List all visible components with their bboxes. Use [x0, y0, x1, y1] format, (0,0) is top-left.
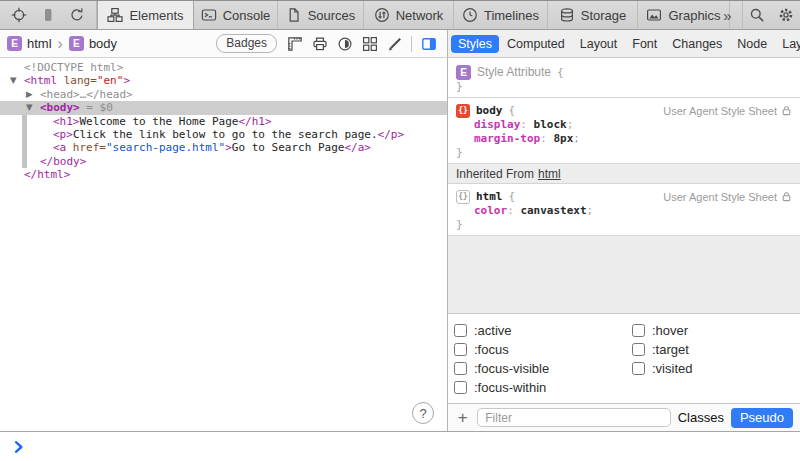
tab-sources[interactable]: Sources	[278, 1, 364, 29]
pseudo-checkbox-focus-visible[interactable]	[454, 362, 467, 375]
sidebar-tab-computed[interactable]: Computed	[500, 35, 572, 53]
origin-label: User Agent Style Sheet	[663, 105, 777, 117]
search-button[interactable]	[742, 1, 771, 29]
breadcrumb: Ehtml›Ebody	[7, 36, 117, 52]
toggle-sidebar-button[interactable]	[417, 33, 440, 55]
html-close-node[interactable]: </html>	[0, 168, 447, 181]
pseudo-checkbox-hover[interactable]	[632, 324, 645, 337]
breadcrumb-label: html	[27, 36, 52, 51]
code-segment: Click the link below to go to the search…	[73, 128, 378, 141]
inherited-element-link[interactable]: html	[538, 167, 561, 181]
empty-rules-area	[448, 236, 800, 314]
inherited-from-header: Inherited From html	[448, 164, 800, 184]
doctype-line[interactable]: <!DOCTYPE html>	[0, 61, 447, 74]
web-inspector-window: ElementsConsoleSourcesNetworkTimelinesSt…	[0, 0, 800, 461]
tab-label: Network	[396, 8, 444, 23]
sidebar-tab-layout[interactable]: Layout	[573, 35, 625, 53]
css-rule-html: {}html {User Agent Style Sheetcolor: can…	[448, 184, 800, 236]
colon: :	[520, 118, 533, 131]
origin-label: User Agent Style Sheet	[663, 191, 777, 203]
sidebar-tab-styles[interactable]: Styles	[451, 35, 499, 53]
pseudo-checkbox-focus[interactable]	[454, 343, 467, 356]
classes-button[interactable]: Classes	[678, 410, 724, 425]
code-segment: <!DOCTYPE html>	[24, 61, 123, 74]
pseudo-column-right: :hover:target:visited	[632, 321, 692, 397]
open-brace: {	[557, 66, 564, 79]
code-segment: </h1>	[238, 115, 271, 128]
console-prompt-icon	[12, 440, 26, 454]
code-segment: >	[123, 74, 130, 87]
pseudo-class-row: :focus-visible	[454, 359, 632, 378]
css-declaration[interactable]: display: block;	[456, 118, 792, 132]
main-tab-bar: ElementsConsoleSourcesNetworkTimelinesSt…	[97, 1, 713, 29]
sidebar-tab-changes[interactable]: Changes	[665, 35, 729, 53]
breadcrumb-item-body[interactable]: Ebody	[69, 36, 117, 51]
pseudo-class-section: :active:focus:focus-visible:focus-within…	[448, 314, 800, 403]
pseudo-checkbox-active[interactable]	[454, 324, 467, 337]
rule-selector[interactable]: html	[476, 190, 503, 203]
a-node[interactable]: <a href="search-page.html">Go to Search …	[0, 141, 447, 154]
sidebar-tab-font[interactable]: Font	[625, 35, 664, 53]
head-node[interactable]: ▶<head>…</head>	[0, 88, 447, 101]
breadcrumb-item-html[interactable]: Ehtml	[7, 36, 52, 51]
sidebar-tab-node[interactable]: Node	[730, 35, 774, 53]
dom-navigation-bar: Ehtml›Ebody Badges	[0, 30, 448, 58]
html-open-node[interactable]: ▼<html lang="en">	[0, 74, 447, 87]
code-segment: Welcome to the Home Page	[80, 115, 239, 128]
badges-button[interactable]: Badges	[216, 34, 277, 53]
grid-overlay-button[interactable]	[358, 33, 381, 55]
inspect-element-button[interactable]	[7, 4, 31, 26]
h1-node[interactable]: <h1>Welcome to the Home Page</h1>	[0, 115, 447, 128]
chevron-double-right-icon: »	[723, 7, 731, 24]
pseudo-class-row: :active	[454, 321, 632, 340]
body-node[interactable]: ▼<body> = $0	[0, 101, 447, 114]
ruler-button[interactable]	[283, 33, 306, 55]
inspect-element-icon	[11, 7, 27, 23]
code-segment: lang=	[57, 74, 97, 87]
help-button[interactable]: ?	[412, 402, 434, 424]
semicolon: ;	[573, 132, 580, 145]
disclosure-open-icon[interactable]: ▼	[26, 101, 33, 114]
code-segment: <a	[53, 141, 66, 154]
css-rule-body: {}body {User Agent Style Sheetdisplay: b…	[448, 98, 800, 164]
timelines-icon	[462, 7, 478, 23]
sidebar-tab-bar: StylesComputedLayoutFontChangesNodeLayer…	[448, 30, 800, 58]
gear-icon	[778, 7, 794, 23]
p-node[interactable]: <p>Click the link below to go to the sea…	[0, 128, 447, 141]
settings-button[interactable]	[771, 1, 800, 29]
console-prompt-bar[interactable]	[0, 431, 800, 461]
pseudo-checkbox-target[interactable]	[632, 343, 645, 356]
styles-brush-button[interactable]	[383, 33, 406, 55]
pseudo-button[interactable]: Pseudo	[731, 408, 793, 428]
new-rule-button[interactable]: +	[455, 409, 470, 426]
body-close-node[interactable]: </body>	[0, 155, 447, 168]
code-segment: "en"	[97, 74, 124, 87]
disclosure-open-icon[interactable]: ▼	[10, 74, 17, 87]
css-declaration[interactable]: color: canvastext;	[456, 204, 792, 218]
tab-network[interactable]: Network	[364, 1, 454, 29]
overflow-tabs-button[interactable]: »	[713, 1, 742, 29]
rule-header: {}body {User Agent Style Sheet	[456, 103, 792, 118]
rule-selector[interactable]: body	[476, 104, 503, 117]
property-value: 8px	[553, 132, 573, 145]
pseudo-checkbox-focus-within[interactable]	[454, 381, 467, 394]
tab-elements[interactable]: Elements	[97, 1, 194, 29]
tab-storage[interactable]: Storage	[548, 1, 638, 29]
tab-console[interactable]: Console	[194, 1, 278, 29]
tab-timelines[interactable]: Timelines	[454, 1, 548, 29]
styles-filter-input[interactable]	[477, 408, 670, 427]
code-segment: <html	[24, 74, 57, 87]
device-settings-button[interactable]	[36, 4, 60, 26]
reload-page-button[interactable]	[65, 4, 89, 26]
sidebar-tab-layers[interactable]: Layers	[775, 35, 800, 53]
appearance-toggle-button[interactable]	[333, 33, 356, 55]
css-declaration[interactable]: margin-top: 8px;	[456, 132, 792, 146]
pseudo-class-row: :target	[632, 340, 692, 359]
search-icon	[749, 7, 765, 23]
property-name: margin-top	[474, 132, 540, 145]
pseudo-checkbox-visited[interactable]	[632, 362, 645, 375]
disclosure-closed-icon[interactable]: ▶	[26, 88, 33, 101]
print-styles-button[interactable]	[308, 33, 331, 55]
code-segment: href=	[66, 141, 106, 154]
rule-header: {}html {User Agent Style Sheet	[456, 189, 792, 204]
